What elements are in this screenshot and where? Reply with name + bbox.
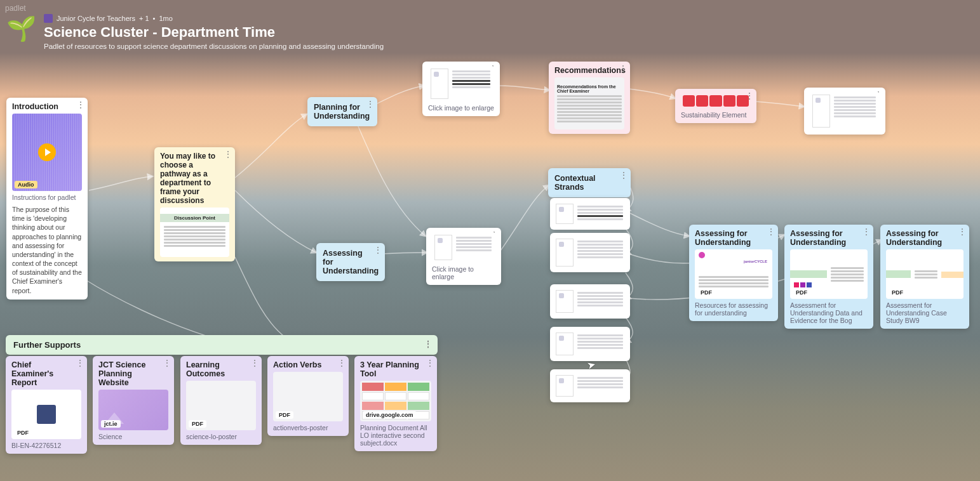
pdf-badge: PDF bbox=[889, 289, 906, 296]
pdf-badge: PDF bbox=[793, 289, 810, 296]
card-title: JCT Science Planning Website bbox=[98, 360, 168, 387]
card-more-icon[interactable]: ⋮ bbox=[958, 227, 967, 236]
card-action-verbs[interactable]: ⋮ Action Verbs PDF actionverbs-poster bbox=[267, 356, 349, 436]
domain-badge: jct.ie bbox=[101, 420, 121, 428]
card-more-icon[interactable]: ⋮ bbox=[366, 100, 375, 109]
discussion-thumb[interactable]: Discussion Point bbox=[160, 208, 229, 257]
card-assess-pdf-3[interactable]: ⋮ Assessing for Understanding PDF Assess… bbox=[880, 225, 969, 329]
section-title: Further Supports bbox=[13, 340, 81, 350]
intro-body: The purpose of this time is 'developing … bbox=[12, 205, 82, 295]
card-sustainability[interactable]: ⋮ Sustainability Element bbox=[675, 89, 756, 123]
thumb-caption: Planning Document All LO interactive sec… bbox=[360, 424, 431, 447]
card-more-icon[interactable]: ⋮ bbox=[426, 359, 434, 367]
card-more-icon[interactable]: ⋮ bbox=[767, 227, 775, 236]
card-title: Introduction bbox=[12, 102, 82, 111]
card-planning[interactable]: ⋮ Planning for Understanding bbox=[307, 97, 377, 126]
thumb-caption: Resources for assessing for understandin… bbox=[695, 301, 772, 317]
card-title: Chief Examiner's Report bbox=[11, 360, 81, 387]
card-more-icon[interactable]: ⋮ bbox=[619, 64, 628, 73]
card-more-icon[interactable]: ⋮ bbox=[76, 100, 85, 109]
thumb-caption: Assessment for Understanding Case Study … bbox=[886, 301, 963, 324]
card-jct-website[interactable]: ⋮ JCT Science Planning Website jct.ie Sc… bbox=[93, 356, 174, 445]
card-assessing[interactable]: ⋮ Assessing for Understanding bbox=[316, 243, 385, 281]
card-chief-examiner[interactable]: ⋮ Chief Examiner's Report PDF BI-EN-4227… bbox=[6, 356, 87, 454]
card-sustainability-doc[interactable]: ⋮ bbox=[804, 88, 885, 135]
audio-thumbnail[interactable]: Audio bbox=[12, 114, 82, 191]
card-learning-outcomes[interactable]: ⋮ Learning Outcomes PDF science-lo-poste… bbox=[180, 356, 262, 445]
card-strand-doc[interactable]: ⋮ bbox=[550, 369, 630, 402]
pdf-badge: PDF bbox=[14, 429, 32, 437]
pdf-badge: PDF bbox=[189, 420, 206, 428]
card-more-icon[interactable]: ⋮ bbox=[337, 359, 346, 367]
thumb-caption: BI-EN-42276512 bbox=[11, 442, 81, 449]
card-title: Planning for Understanding bbox=[314, 103, 371, 121]
card-title: Assessing for Understanding bbox=[790, 229, 868, 247]
audio-badge: Audio bbox=[15, 181, 37, 188]
card-more-icon[interactable]: ⋮ bbox=[373, 246, 382, 254]
card-title: Contextual Strands bbox=[554, 174, 624, 192]
thumb-caption: Click image to enlarge bbox=[428, 104, 494, 112]
thumb-caption: actionverbs-poster bbox=[273, 424, 343, 432]
card-strand-doc[interactable]: ⋮ bbox=[550, 327, 630, 361]
card-more-icon[interactable]: ⋮ bbox=[745, 91, 754, 100]
discussion-label: Discussion Point bbox=[160, 214, 229, 222]
card-more-icon[interactable]: ⋮ bbox=[862, 227, 871, 236]
sustain-thumb[interactable] bbox=[681, 93, 751, 109]
card-assess-pdf-1[interactable]: ⋮ Assessing for Understanding juniorCYCL… bbox=[689, 225, 778, 321]
card-more-icon[interactable]: ⋮ bbox=[224, 150, 232, 159]
card-strand-doc[interactable]: ⋮ bbox=[550, 198, 630, 230]
card-title: 3 Year Planning Tool bbox=[360, 360, 431, 378]
card-introduction[interactable]: ⋮ Introduction Audio Instructions for pa… bbox=[6, 98, 88, 300]
card-title: Recommendations bbox=[554, 66, 624, 75]
card-title: Assessing for Understanding bbox=[695, 229, 772, 247]
thumb-caption: science-lo-poster bbox=[186, 433, 256, 440]
card-title: Action Verbs bbox=[273, 360, 343, 369]
thumb-caption: Click image to enlarge bbox=[432, 265, 495, 280]
card-title: You may like to choose a pathway as a de… bbox=[160, 152, 229, 205]
audio-caption: Instructions for padlet bbox=[12, 194, 82, 201]
section-further-supports[interactable]: ⋮ Further Supports bbox=[6, 335, 438, 355]
card-more-icon[interactable]: ⋮ bbox=[163, 359, 171, 367]
card-title: Assessing for Understanding bbox=[323, 249, 379, 275]
card-assessing-image[interactable]: ⋮ Click image to enlarge bbox=[426, 228, 501, 285]
pdf-badge: PDF bbox=[276, 411, 293, 419]
card-more-icon[interactable]: ⋮ bbox=[424, 339, 433, 349]
card-strand-doc[interactable]: ⋮ bbox=[550, 233, 630, 272]
card-pathway[interactable]: ⋮ You may like to choose a pathway as a … bbox=[154, 147, 235, 261]
card-3year-plan[interactable]: ⋮ 3 Year Planning Tool drive.google.com … bbox=[354, 356, 437, 451]
card-assess-pdf-2[interactable]: ⋮ Assessing for Understanding PDF Assess… bbox=[784, 225, 873, 329]
domain-badge: drive.google.com bbox=[363, 411, 417, 419]
card-contextual[interactable]: ⋮ Contextual Strands bbox=[548, 168, 631, 197]
thumb-caption: Science bbox=[98, 433, 168, 440]
card-more-icon[interactable]: ⋮ bbox=[619, 171, 628, 180]
rec-subheading: Recommendations from the Chief Examiner bbox=[557, 84, 622, 93]
card-title: Assessing for Understanding bbox=[886, 229, 963, 247]
canvas[interactable]: ⋮ Introduction Audio Instructions for pa… bbox=[0, 0, 980, 481]
card-title: Learning Outcomes bbox=[186, 360, 256, 378]
card-more-icon[interactable]: ⋮ bbox=[76, 359, 84, 367]
card-planning-image[interactable]: ⋮ Click image to enlarge bbox=[422, 62, 500, 116]
play-icon[interactable] bbox=[38, 143, 56, 161]
thumb-caption: Sustainability Element bbox=[681, 111, 751, 119]
thumb-caption: Assessment for Understanding Data and Ev… bbox=[790, 301, 868, 324]
card-strand-doc[interactable]: ⋮ bbox=[550, 284, 630, 319]
card-recommendations[interactable]: ⋮ Recommendations Recommendations from t… bbox=[549, 62, 630, 134]
pdf-badge: PDF bbox=[697, 289, 715, 296]
card-more-icon[interactable]: ⋮ bbox=[250, 359, 259, 367]
